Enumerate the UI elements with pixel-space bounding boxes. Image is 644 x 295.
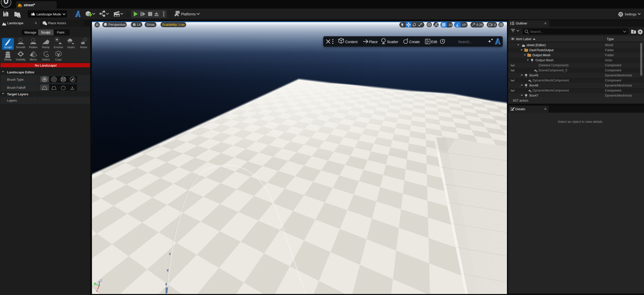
svg-text:Z: Z	[100, 279, 102, 282]
svg-text:X: X	[96, 289, 98, 292]
